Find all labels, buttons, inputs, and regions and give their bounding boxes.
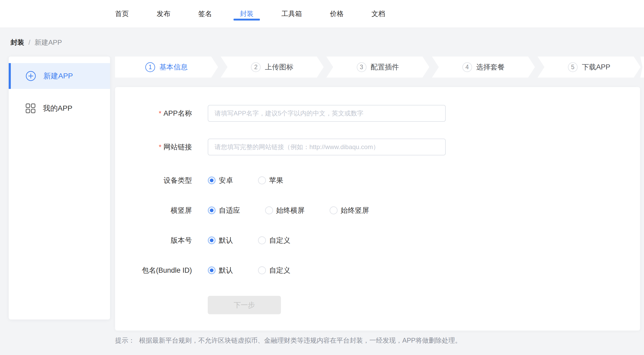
radio-unchecked-icon [258,176,266,184]
radio-unchecked-icon [258,266,266,274]
radio-orientation-auto[interactable]: 自适应 [208,206,240,215]
step-1-basic-info: 1 基本信息 [115,57,218,78]
form-row-app-name: * APP名称 [115,105,640,122]
sidebar-item-my-app[interactable]: 我的APP [9,95,110,121]
breadcrumb: 封装 / 新建APP [11,38,62,47]
orientation-label: 横竖屏 [115,206,192,215]
app-name-input[interactable] [208,105,446,122]
tip-prefix: 提示： [115,336,135,345]
basic-info-form-card: * APP名称 * 网站链接 设备类型 安卓 苹果 [115,87,640,331]
form-row-submit: 下一步 [115,296,640,314]
radio-orientation-landscape[interactable]: 始终横屏 [265,206,305,215]
step-number-badge: 4 [462,62,472,72]
site-url-input[interactable] [208,139,446,155]
form-row-device-type: 设备类型 安卓 苹果 [115,176,640,185]
step-number-badge: 1 [145,62,155,72]
step-label: 上传图标 [265,62,293,72]
radio-checked-icon [208,236,216,244]
radio-device-ios[interactable]: 苹果 [258,176,283,185]
site-url-label: * 网站链接 [115,142,192,152]
app-name-label: * APP名称 [115,109,192,118]
nav-item-publish[interactable]: 发布 [157,0,170,28]
radio-checked-icon [208,176,216,184]
radio-bundle-default[interactable]: 默认 [208,266,233,275]
nav-item-toolbox[interactable]: 工具箱 [281,0,302,28]
step-number-badge: 5 [568,62,578,72]
radio-version-default[interactable]: 默认 [208,236,233,245]
sidebar-item-label: 新建APP [43,71,73,81]
radio-checked-icon [208,206,216,214]
form-row-orientation: 横竖屏 自适应 始终横屏 始终竖屏 [115,206,640,215]
form-row-bundle-id: 包名(Bundle ID) 默认 自定义 [115,266,640,275]
step-5-download-app: 5 下载APP [538,57,641,78]
radio-device-android[interactable]: 安卓 [208,176,233,185]
step-number-badge: 2 [251,62,261,72]
next-step-button[interactable]: 下一步 [208,296,281,314]
sidebar-item-new-app[interactable]: 新建APP [9,63,110,89]
nav-item-package-active[interactable]: 封装 [240,0,254,28]
form-row-version: 版本号 默认 自定义 [115,236,640,245]
step-4-select-plan: 4 选择套餐 [432,57,535,78]
step-2-upload-icon: 2 上传图标 [221,57,324,78]
device-type-label: 设备类型 [115,176,192,185]
radio-version-custom[interactable]: 自定义 [258,236,290,245]
radio-orientation-portrait[interactable]: 始终竖屏 [330,206,369,215]
required-marker: * [159,143,161,151]
bundle-id-label: 包名(Bundle ID) [115,266,192,275]
step-label: 下载APP [582,62,610,72]
grid-icon [26,103,36,113]
radio-bundle-custom[interactable]: 自定义 [258,266,290,275]
step-tail-chevron [640,57,644,78]
step-label: 配置插件 [371,62,399,72]
top-navigation: 首页 发布 签名 封装 工具箱 价格 文档 [0,0,644,28]
form-row-site-url: * 网站链接 [115,139,640,155]
sidebar-item-label: 我的APP [43,103,72,113]
radio-unchecked-icon [330,206,338,214]
breadcrumb-current: 新建APP [34,38,62,47]
step-label: 选择套餐 [476,62,505,72]
nav-item-home[interactable]: 首页 [115,0,129,28]
radio-unchecked-icon [258,236,266,244]
nav-item-docs[interactable]: 文档 [371,0,385,28]
radio-checked-icon [208,266,216,274]
version-label: 版本号 [115,236,192,245]
sidebar: 新建APP 我的APP [9,57,110,320]
tip-text: 根据最新平台规则，不允许区块链虚拟币、金融理财类等违规内容在平台封装，一经发现，… [139,336,462,345]
plus-circle-icon [26,71,36,81]
step-wizard: 1 基本信息 2 上传图标 3 配置插件 4 选择套餐 5 下载APP [115,57,641,78]
nav-item-signature[interactable]: 签名 [198,0,212,28]
required-marker: * [159,109,161,118]
platform-rule-tip: 提示： 根据最新平台规则，不允许区块链虚拟币、金融理财类等违规内容在平台封装，一… [115,336,462,345]
nav-item-price[interactable]: 价格 [330,0,344,28]
step-number-badge: 3 [357,62,366,72]
step-label: 基本信息 [159,62,188,72]
step-3-configure-plugin: 3 配置插件 [326,57,429,78]
radio-unchecked-icon [265,206,273,214]
breadcrumb-section[interactable]: 封装 [11,38,24,47]
breadcrumb-separator: / [28,38,30,47]
